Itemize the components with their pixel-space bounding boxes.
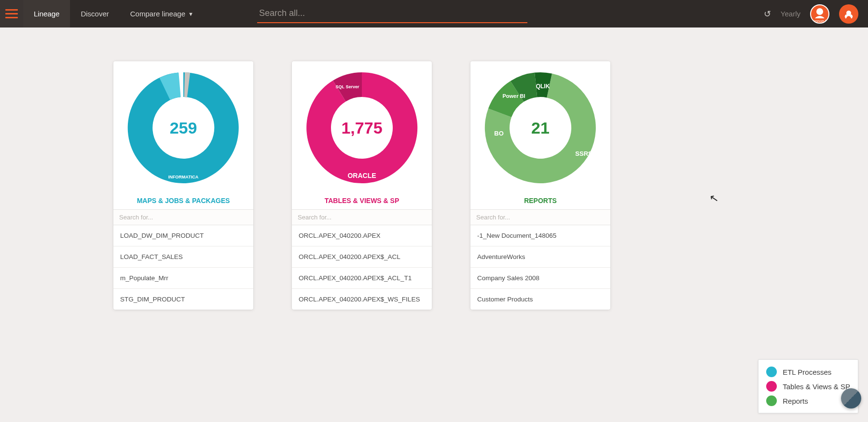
list-item[interactable]: -1_New Document_148065 (470, 225, 610, 246)
legend-row-reports[interactable]: Reports (766, 394, 850, 408)
card-title-etl: MAPS & JOBS & PACKAGES (113, 194, 253, 209)
slice-label-informatica: INFORMATICA (168, 175, 199, 179)
user-name-badge: Amnon D (810, 18, 829, 24)
slice-label-bo: BO (494, 130, 504, 137)
donut-center-reports: 21 (531, 118, 550, 137)
list-etl[interactable]: LOAD_DW_DIM_PRODUCT LOAD_FACT_SALES m_Po… (113, 225, 253, 310)
card-reports: SSRS BO Power BI QLIK 21 REPORTS -1_New … (470, 61, 610, 310)
app-logo-icon[interactable] (839, 4, 858, 24)
nav-discover[interactable]: Discover (70, 0, 119, 27)
legend-swatch-icon (766, 381, 777, 392)
search-reports-input[interactable] (470, 209, 610, 225)
list-item[interactable]: ORCL.APEX_040200.APEX$_ACL_T1 (292, 268, 432, 289)
header-right: ↺ Yearly Amnon D (764, 4, 868, 24)
slice-label-qlik: QLIK (536, 83, 550, 90)
donut-etl[interactable]: INFORMATICA 259 (113, 61, 253, 194)
global-search-wrap (257, 4, 527, 23)
list-reports[interactable]: -1_New Document_148065 AdventureWorks Co… (470, 225, 610, 310)
list-item[interactable]: m_Populate_Mrr (113, 268, 253, 289)
list-tables[interactable]: ORCL.APEX_040200.APEX ORCL.APEX_040200.A… (292, 225, 432, 310)
slice-label-oracle: ORACLE (347, 172, 376, 179)
donut-center-tables: 1,775 (341, 118, 382, 137)
legend-label: Tables & Views & SP (783, 382, 850, 391)
slice-label-sqlserver: SQL Server (336, 84, 359, 89)
list-item[interactable]: Customer Products (470, 289, 610, 310)
list-item[interactable]: Company Sales 2008 (470, 268, 610, 289)
period-label[interactable]: Yearly (781, 10, 800, 18)
global-search-input[interactable] (257, 4, 527, 23)
nav-lineage[interactable]: Lineage (23, 0, 70, 27)
legend-swatch-icon (766, 395, 777, 406)
search-tables-input[interactable] (292, 209, 432, 225)
legend-label: Reports (783, 397, 808, 405)
help-bubble-icon[interactable] (841, 388, 861, 408)
list-item[interactable]: STG_DIM_PRODUCT (113, 289, 253, 310)
menu-hamburger[interactable] (0, 0, 23, 27)
nav-compare-label: Compare lineage (130, 10, 185, 18)
search-etl-input[interactable] (113, 209, 253, 225)
list-item[interactable]: LOAD_DW_DIM_PRODUCT (113, 225, 253, 246)
app-header: Lineage Discover Compare lineage ▼ ↺ Yea… (0, 0, 868, 27)
legend-row-etl[interactable]: ETL Processes (766, 365, 850, 379)
legend-row-tables[interactable]: Tables & Views & SP (766, 379, 850, 394)
legend-label: ETL Processes (783, 368, 831, 376)
donut-reports[interactable]: SSRS BO Power BI QLIK 21 (470, 61, 610, 194)
list-item[interactable]: AdventureWorks (470, 246, 610, 268)
card-tables: ORACLE SQL Server 1,775 TABLES & VIEWS &… (292, 61, 432, 310)
slice-label-powerbi: Power BI (502, 93, 525, 99)
list-item[interactable]: ORCL.APEX_040200.APEX$_WS_FILES (292, 289, 432, 310)
card-title-reports: REPORTS (470, 194, 610, 209)
history-icon[interactable]: ↺ (764, 9, 771, 19)
list-item[interactable]: LOAD_FACT_SALES (113, 246, 253, 268)
donut-tables[interactable]: ORACLE SQL Server 1,775 (292, 61, 432, 194)
card-etl: INFORMATICA 259 MAPS & JOBS & PACKAGES L… (113, 61, 253, 310)
nav-compare-lineage[interactable]: Compare lineage ▼ (120, 0, 204, 27)
slice-label-ssrs: SSRS (575, 150, 592, 157)
legend-swatch-icon (766, 367, 777, 377)
card-title-tables: TABLES & VIEWS & SP (292, 194, 432, 209)
dashboard: INFORMATICA 259 MAPS & JOBS & PACKAGES L… (0, 27, 868, 310)
list-item[interactable]: ORCL.APEX_040200.APEX$_ACL (292, 246, 432, 268)
donut-center-etl: 259 (170, 118, 197, 137)
user-avatar[interactable]: Amnon D (810, 4, 829, 24)
list-item[interactable]: ORCL.APEX_040200.APEX (292, 225, 432, 246)
chevron-down-icon: ▼ (188, 11, 193, 17)
